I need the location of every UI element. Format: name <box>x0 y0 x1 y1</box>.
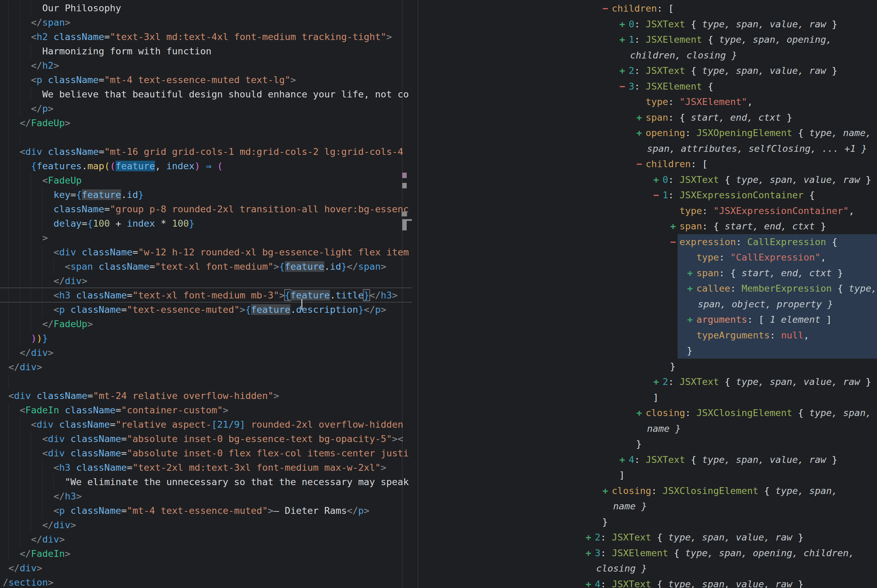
expand-node-icon[interactable]: + <box>637 110 642 126</box>
expand-node-icon[interactable]: + <box>670 219 676 234</box>
code-token: : [ <box>691 159 707 169</box>
ast-row[interactable]: } <box>0 436 877 452</box>
code-token: type, span, <box>809 408 871 418</box>
ast-row[interactable]: +arguments: [ 1 element ] <box>0 312 877 327</box>
code-token: start, end, ctxt <box>742 268 832 278</box>
ast-row[interactable]: +opening: JSXOpeningElement { type, name… <box>0 125 877 141</box>
expand-node-icon[interactable]: + <box>653 374 659 390</box>
collapse-node-icon[interactable]: − <box>653 188 659 203</box>
code-token: JSXText <box>611 532 651 543</box>
code-token: 3 <box>595 548 601 558</box>
ast-row[interactable]: ] <box>0 467 877 483</box>
code-token: : <box>685 128 697 138</box>
ast-row-content: 1: JSXElement { type, span, opening, <box>629 32 832 48</box>
expand-node-icon[interactable]: + <box>687 280 693 296</box>
ast-row[interactable]: +span: { start, end, ctxt } <box>0 110 877 126</box>
ast-row[interactable]: name } <box>0 421 877 436</box>
code-token: } <box>792 579 803 588</box>
code-token: { <box>719 376 736 387</box>
collapse-node-icon[interactable]: − <box>619 79 625 94</box>
ast-row[interactable]: +4: JSXText { type, span, value, raw } <box>0 576 877 588</box>
ast-row[interactable]: } <box>0 343 877 358</box>
ast-row[interactable]: +closing: JSXClosingElement { type, span… <box>0 405 877 421</box>
ast-row[interactable]: ] <box>0 390 877 405</box>
expand-node-icon[interactable]: + <box>687 312 693 327</box>
ast-row[interactable]: +4: JSXText { type, span, value, raw } <box>0 452 877 468</box>
ast-row-content: } <box>636 436 642 452</box>
code-token: type, span, value, raw <box>736 174 860 185</box>
code-token: JSXOpeningElement <box>697 128 792 138</box>
code-token: : { <box>719 268 742 278</box>
code-token: } <box>826 19 837 29</box>
ast-row[interactable]: +1: JSXElement { type, span, opening, <box>0 32 877 48</box>
ast-row[interactable]: +2: JSXText { type, span, value, raw } <box>0 374 877 390</box>
expand-node-icon[interactable]: + <box>603 483 608 499</box>
expand-node-icon[interactable]: + <box>619 32 625 48</box>
code-token: closing } <box>596 563 647 574</box>
code-token: MemberExpression <box>742 283 832 294</box>
expand-node-icon[interactable]: + <box>619 63 625 79</box>
ast-row[interactable]: +closing: JSXClosingElement { type, span… <box>0 483 877 499</box>
code-token: JSXText <box>646 454 685 465</box>
code-token: 1 element <box>770 314 820 325</box>
ast-row-content: name } <box>613 498 647 514</box>
code-token: 0 <box>629 19 634 29</box>
ast-row[interactable]: type: "JSXExpressionContainer", <box>0 203 877 219</box>
ast-row[interactable]: +callee: MemberExpression { type, <box>0 280 877 296</box>
code-token: arguments <box>697 314 747 325</box>
ast-row[interactable]: +span: { start, end, ctxt } <box>0 265 877 281</box>
ast-row[interactable]: name } <box>0 498 877 514</box>
ast-row[interactable]: type: "JSXElement", <box>0 94 877 110</box>
ast-row[interactable]: children, closing } <box>0 48 877 63</box>
code-token: : <box>668 376 680 387</box>
expand-node-icon[interactable]: + <box>619 16 625 32</box>
ast-row[interactable]: span, attributes, selfClosing, ... +1 } <box>0 141 877 157</box>
ast-row[interactable]: +3: JSXElement { type, span, opening, ch… <box>0 545 877 561</box>
ast-row[interactable]: +0: JSXText { type, span, value, raw } <box>0 172 877 188</box>
expand-node-icon[interactable]: + <box>687 265 693 281</box>
ast-row-content: closing: JSXClosingElement { type, span, <box>612 483 838 499</box>
code-token: 1 <box>662 190 668 200</box>
code-token: , <box>803 330 809 340</box>
ast-row[interactable]: +0: JSXText { type, span, value, raw } <box>0 16 877 32</box>
ast-row[interactable]: typeArguments: null, <box>0 327 877 343</box>
ast-row[interactable]: span, object, property } <box>0 296 877 312</box>
code-token: } <box>826 454 837 465</box>
code-token: } <box>792 532 803 543</box>
code-token: } <box>860 174 871 185</box>
ast-row[interactable]: closing } <box>0 561 877 576</box>
expand-node-icon[interactable]: + <box>619 452 625 468</box>
code-token: JSXElement <box>646 81 702 92</box>
expand-node-icon[interactable]: + <box>653 172 659 188</box>
code-token: closing <box>612 486 651 496</box>
code-token: null <box>781 330 803 340</box>
ast-row[interactable]: } <box>0 358 877 374</box>
ast-tree-pane[interactable]: −children: [+0: JSXText { type, span, va… <box>0 0 877 588</box>
expand-node-icon[interactable]: + <box>637 405 642 421</box>
code-token: type, span, value, raw <box>668 532 792 543</box>
ast-row[interactable]: −expression: CallExpression { <box>0 234 877 250</box>
ast-row[interactable]: −3: JSXElement { <box>0 79 877 94</box>
expand-node-icon[interactable]: + <box>586 530 592 545</box>
code-token: span <box>697 268 719 278</box>
ast-row[interactable]: +2: JSXText { type, span, value, raw } <box>0 530 877 545</box>
collapse-node-icon[interactable]: − <box>637 156 642 172</box>
expand-node-icon[interactable]: + <box>586 545 592 561</box>
ast-row[interactable]: −children: [ <box>0 1 877 16</box>
ast-row[interactable]: −1: JSXExpressionContainer { <box>0 188 877 203</box>
expand-node-icon[interactable]: + <box>637 125 642 141</box>
code-token: "JSXElement" <box>679 96 747 107</box>
code-token: type, span, opening, children, <box>685 548 854 558</box>
ast-row[interactable]: } <box>0 514 877 530</box>
ast-row-content: span, attributes, selfClosing, ... +1 } <box>647 141 867 157</box>
expand-node-icon[interactable]: + <box>586 576 592 588</box>
collapse-node-icon[interactable]: − <box>670 234 676 250</box>
collapse-node-icon[interactable]: − <box>603 1 608 16</box>
code-token: 2 <box>629 65 634 76</box>
code-token: span <box>646 112 668 123</box>
ast-row[interactable]: −children: [ <box>0 156 877 172</box>
ast-row[interactable]: +2: JSXText { type, span, value, raw } <box>0 63 877 79</box>
code-token: { <box>719 174 736 185</box>
ast-row[interactable]: type: "CallExpression", <box>0 249 877 265</box>
ast-row[interactable]: +span: { start, end, ctxt } <box>0 219 877 234</box>
